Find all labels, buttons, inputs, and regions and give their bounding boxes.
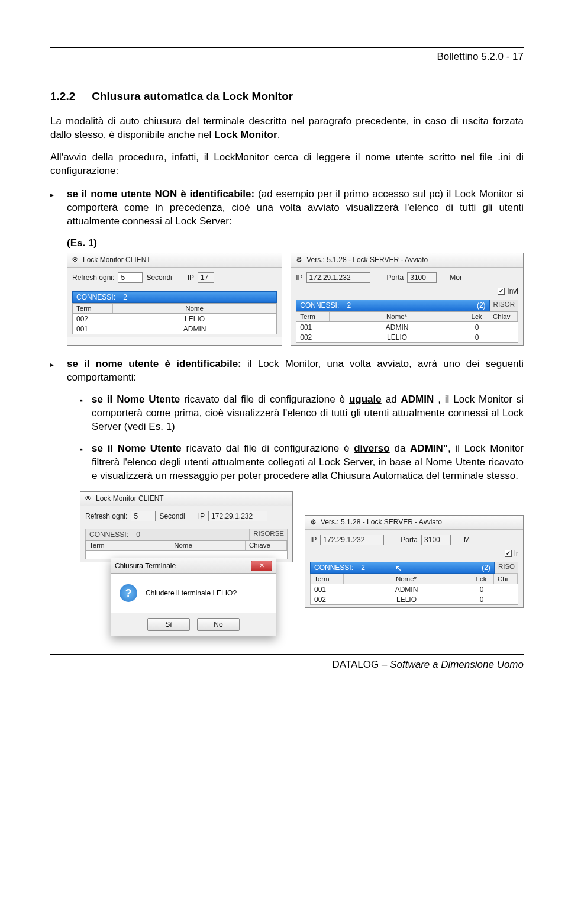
connessi-bar-plain: CONNESSI: 0 xyxy=(85,529,250,540)
refresh-label: Refresh ogni: xyxy=(85,511,127,521)
ir-checkbox[interactable]: ✔Ir xyxy=(505,549,518,558)
window-titlebar: 👁 Lock Monitor CLIENT xyxy=(80,492,292,506)
ip-label: IP xyxy=(296,273,302,282)
lock-server-window-2: ⚙ Vers.: 5.1.28 - Lock SERVER - Avviato … xyxy=(305,515,524,608)
dialog-title-text: Chiusura Terminale xyxy=(115,561,176,571)
porta-label: Porta xyxy=(401,535,418,545)
window-title: Vers.: 5.1.28 - Lock SERVER - Avviato xyxy=(306,255,428,265)
sub-bullet-2: ▪ se il Nome Utente ricavato dal file di… xyxy=(80,442,524,483)
bullet-item-1: ▸ se il nome utente NON è identificabile… xyxy=(50,188,524,228)
invi-checkbox[interactable]: ✔Invi xyxy=(498,286,518,296)
lock-monitor-client-window-2: 👁 Lock Monitor CLIENT Refresh ogni: 5 Se… xyxy=(80,491,293,562)
yes-button[interactable]: Sì xyxy=(147,618,190,631)
no-button[interactable]: No xyxy=(197,618,240,631)
connessi-bar: CONNESSI: 2 xyxy=(72,291,277,303)
example-label-1: (Es. 1) xyxy=(67,237,524,250)
ip-input[interactable]: 17 xyxy=(198,272,214,283)
connessi-bar: CONNESSI: 2 (2) xyxy=(296,300,489,311)
window-titlebar: ⚙ Vers.: 5.1.28 - Lock SERVER - Avviato xyxy=(291,253,523,268)
gear-icon: ⚙ xyxy=(309,518,317,526)
secondi-label: Secondi xyxy=(159,511,185,521)
porta-input[interactable]: 3100 xyxy=(407,272,437,283)
footer-text: DATALOG – Software a Dimensione Uomo xyxy=(50,658,524,672)
refresh-input[interactable]: 5 xyxy=(118,272,143,283)
mor-label: Mor xyxy=(450,273,462,282)
table-row[interactable]: 002LELIO0 xyxy=(296,332,518,342)
table-header: Term Nome xyxy=(72,303,277,314)
gear-icon: ⚙ xyxy=(295,256,303,265)
porta-input[interactable]: 3100 xyxy=(421,535,451,545)
section-number: 1.2.2 xyxy=(50,89,75,104)
refresh-label: Refresh ogni: xyxy=(72,273,114,282)
m-label: M xyxy=(464,535,470,545)
table-row[interactable]: 001ADMIN0 xyxy=(311,584,518,594)
header-rule xyxy=(50,47,524,48)
ip-label: IP xyxy=(188,273,194,282)
refresh-input[interactable]: 5 xyxy=(131,511,156,521)
section-title-text: Chiusura automatica da Lock Monitor xyxy=(92,90,293,102)
table-body: 001ADMIN0 002LELIO0 xyxy=(296,322,518,343)
table-row[interactable]: 002LELIO0 xyxy=(311,594,518,604)
sub-bullet-1: ▪ se il Nome Utente ricavato dal file di… xyxy=(80,393,524,434)
risorse-tag: RISORSE xyxy=(250,529,288,540)
table-header: Term Nome* Lck Chi xyxy=(310,574,518,584)
eye-icon: 👁 xyxy=(84,494,92,503)
table-header: Term Nome Chiave xyxy=(85,540,288,551)
bullet-item-2: ▸ se il nome utente è identificabile: il… xyxy=(50,358,524,385)
window-title: Vers.: 5.1.28 - Lock SERVER - Avviato xyxy=(321,517,442,527)
bullet-marker: ▪ xyxy=(80,442,92,483)
screenshots-row-1: 👁 Lock Monitor CLIENT Refresh ogni: 5 Se… xyxy=(67,253,524,346)
lock-server-window: ⚙ Vers.: 5.1.28 - Lock SERVER - Avviato … xyxy=(291,253,524,346)
ip-input[interactable]: 172.29.1.232 xyxy=(208,511,267,521)
table-body: 001ADMIN0 002LELIO0 xyxy=(310,584,518,605)
table-row[interactable]: 002LELIO xyxy=(73,314,276,324)
riso-tag: RISO xyxy=(495,562,518,574)
paragraph-1: La modalità di auto chiusura del termina… xyxy=(50,115,524,142)
ip-input[interactable]: 172.29.1.232 xyxy=(306,272,370,283)
footer-rule xyxy=(50,654,524,655)
porta-label: Porta xyxy=(387,273,404,282)
screenshots-row-2: 👁 Lock Monitor CLIENT Refresh ogni: 5 Se… xyxy=(80,491,524,636)
connessi-bar: CONNESSI: 2 ↖ (2) xyxy=(310,562,495,574)
section-heading: 1.2.2Chiusura automatica da Lock Monitor xyxy=(50,89,524,104)
dialog-message: Chiudere il terminale LELIO? xyxy=(146,588,237,598)
header-text: Bollettino 5.2.0 - 17 xyxy=(50,50,524,64)
lock-monitor-client-window: 👁 Lock Monitor CLIENT Refresh ogni: 5 Se… xyxy=(67,253,282,346)
chiusura-terminale-dialog: Chiusura Terminale ✕ ? Chiudere il termi… xyxy=(111,558,276,636)
window-title: Lock Monitor CLIENT xyxy=(83,255,151,265)
bullet-marker: ▸ xyxy=(50,358,67,385)
table-row[interactable]: 001ADMIN xyxy=(73,324,276,334)
ip-label: IP xyxy=(310,535,317,545)
eye-icon: 👁 xyxy=(71,256,79,265)
bullet-marker: ▪ xyxy=(80,393,92,434)
secondi-label: Secondi xyxy=(146,273,172,282)
window-titlebar: 👁 Lock Monitor CLIENT xyxy=(67,253,282,268)
table-header: Term Nome* Lck Chiav xyxy=(296,311,518,322)
window-title: Lock Monitor CLIENT xyxy=(96,494,164,503)
cursor-icon: ↖ xyxy=(395,563,402,574)
paragraph-2: All'avvio della procedura, infatti, il L… xyxy=(50,151,524,178)
table-row[interactable]: 001ADMIN0 xyxy=(296,322,518,332)
close-button[interactable]: ✕ xyxy=(251,561,272,571)
table-body: 002LELIO 001ADMIN xyxy=(72,314,277,334)
ip-label: IP xyxy=(198,511,205,521)
dialog-titlebar: Chiusura Terminale ✕ xyxy=(111,558,276,574)
question-icon: ? xyxy=(120,584,137,602)
bullet-marker: ▸ xyxy=(50,188,67,228)
risorse-tag: RISOR xyxy=(490,300,518,311)
window-titlebar: ⚙ Vers.: 5.1.28 - Lock SERVER - Avviato xyxy=(305,516,523,530)
ip-input[interactable]: 172.29.1.232 xyxy=(320,535,384,545)
